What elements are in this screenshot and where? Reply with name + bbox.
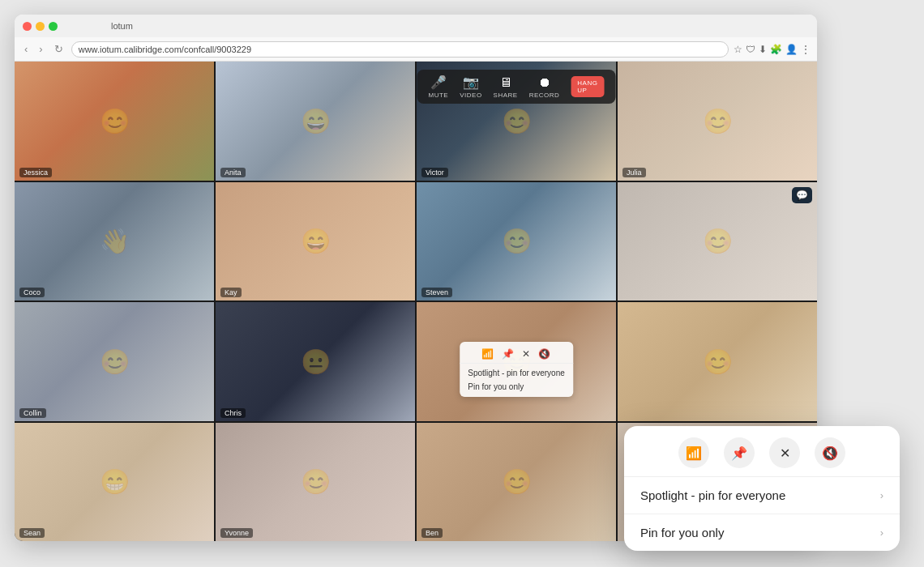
record-button[interactable]: ⏺ RECORD xyxy=(529,75,560,99)
context-mute-button[interactable]: 🔇 xyxy=(815,437,845,468)
video-cell-row3col4[interactable]: 😊 xyxy=(618,302,817,421)
context-menu-popup: 📶 📌 ✕ 🔇 Spotlight - pin for everyone › P… xyxy=(624,426,900,551)
refresh-button[interactable]: ↻ xyxy=(51,41,66,57)
video-button[interactable]: 📷 VIDEO xyxy=(460,75,481,99)
hangup-button[interactable]: HANG UP xyxy=(571,76,604,97)
wifi-icon[interactable]: 📶 xyxy=(481,348,494,360)
pin-icon[interactable]: 📌 xyxy=(502,348,514,360)
share-icon: 🖥 xyxy=(499,75,512,90)
context-spotlight-chevron: › xyxy=(880,489,883,501)
video-cell-chris[interactable]: 😐 Chris xyxy=(216,302,415,421)
call-toolbar: 🎤 MUTE 📷 VIDEO 🖥 SHARE ⏺ RECORD HANG UP xyxy=(417,70,616,104)
context-pin-label: Pin for you only xyxy=(640,526,724,539)
minimize-button[interactable] xyxy=(36,22,45,31)
context-wifi-button[interactable]: 📶 xyxy=(678,437,709,468)
participant-name-ben: Ben xyxy=(421,528,443,538)
address-bar[interactable]: www.iotum.calibridge.com/confcall/900322… xyxy=(71,41,729,58)
video-cell-coco[interactable]: 👋 Coco xyxy=(15,182,214,301)
cell-popup-icons: 📶 📌 ✕ 🔇 xyxy=(460,345,573,364)
participant-name-anita: Anita xyxy=(220,168,246,177)
video-cell-steven[interactable]: 😊 Steven xyxy=(417,182,616,301)
back-button[interactable]: ‹ xyxy=(21,41,31,57)
video-cell-ben[interactable]: 😊 Ben xyxy=(417,423,616,542)
video-cell-collin[interactable]: 😊 Collin xyxy=(15,302,214,421)
participant-name-steven: Steven xyxy=(421,288,452,297)
context-close-icon: ✕ xyxy=(780,446,790,461)
context-menu-icons-row: 📶 📌 ✕ 🔇 xyxy=(624,426,900,477)
browser-toolbar: ‹ › ↻ www.iotum.calibridge.com/confcall/… xyxy=(15,37,817,62)
bookmark-icon[interactable]: ☆ xyxy=(734,44,742,55)
participant-name-jessica: Jessica xyxy=(19,168,52,177)
video-label: VIDEO xyxy=(460,92,481,99)
mute-icon[interactable]: 🔇 xyxy=(538,348,550,360)
browser-toolbar-icons: ☆ 🛡 ⬇ 🧩 👤 ⋮ xyxy=(734,44,811,55)
participant-name-coco: Coco xyxy=(19,288,45,297)
cell-popup-spotlight[interactable]: Spotlight - pin for everyone xyxy=(460,366,573,380)
context-pin-icon: 📌 xyxy=(731,446,747,461)
menu-icon[interactable]: ⋮ xyxy=(801,44,811,55)
share-button[interactable]: 🖥 SHARE xyxy=(494,75,518,99)
participant-name-victor: Victor xyxy=(421,168,448,177)
video-cell-sean[interactable]: 😁 Sean xyxy=(15,423,214,542)
participant-name-chris: Chris xyxy=(220,408,246,418)
context-menu-pin[interactable]: Pin for you only › xyxy=(624,514,900,551)
record-label: RECORD xyxy=(529,92,560,99)
context-close-button[interactable]: ✕ xyxy=(769,437,800,468)
participant-name-yvonne: Yvonne xyxy=(220,528,253,538)
video-cell-yvonne[interactable]: 😊 Yvonne xyxy=(216,423,415,542)
forward-button[interactable]: › xyxy=(36,41,45,57)
cell-popup: 📶 📌 ✕ 🔇 Spotlight - pin for everyone Pin… xyxy=(460,342,573,397)
participant-name-collin: Collin xyxy=(19,408,46,418)
profile-icon[interactable]: 👤 xyxy=(785,44,798,55)
download-icon[interactable]: ⬇ xyxy=(759,44,767,55)
chat-icon[interactable]: 💬 xyxy=(792,187,812,203)
shield-icon: 🛡 xyxy=(746,44,755,55)
share-label: SHARE xyxy=(494,92,518,99)
video-cell-row3col3[interactable]: 😊 📶 📌 ✕ 🔇 Spotlight - pin for everyone P… xyxy=(417,302,616,421)
video-cell-kay[interactable]: 😄 Kay xyxy=(216,182,415,301)
video-icon: 📷 xyxy=(463,75,479,90)
close-button[interactable] xyxy=(23,22,32,31)
record-icon: ⏺ xyxy=(538,75,551,90)
extensions-icon[interactable]: 🧩 xyxy=(770,44,782,55)
participant-name-julia: Julia xyxy=(622,168,646,177)
browser-title: lotum xyxy=(111,21,133,31)
video-cell-julia[interactable]: 😊 Julia xyxy=(618,62,817,181)
participant-name-sean: Sean xyxy=(19,528,45,538)
traffic-lights xyxy=(23,22,58,31)
mic-icon: 🎤 xyxy=(430,75,447,90)
context-pin-button[interactable]: 📌 xyxy=(724,437,755,468)
context-spotlight-label: Spotlight - pin for everyone xyxy=(640,488,785,502)
browser-titlebar: lotum xyxy=(15,15,817,37)
context-wifi-icon: 📶 xyxy=(686,446,702,461)
participant-name-kay: Kay xyxy=(220,288,242,297)
video-cell-victor[interactable]: 😊 Victor 🎤 MUTE 📷 VIDEO 🖥 SHARE ⏺ xyxy=(417,62,616,181)
video-cell-jessica[interactable]: 😊 Jessica xyxy=(15,62,214,181)
mute-label: MUTE xyxy=(429,92,449,99)
context-pin-chevron: › xyxy=(880,526,883,539)
maximize-button[interactable] xyxy=(49,22,58,31)
hangup-label: HANG UP xyxy=(577,79,597,94)
cell-popup-pin[interactable]: Pin for you only xyxy=(460,380,573,394)
mute-button[interactable]: 🎤 MUTE xyxy=(429,75,449,99)
context-mute-icon: 🔇 xyxy=(822,446,838,461)
close-icon[interactable]: ✕ xyxy=(522,348,530,360)
video-cell-anita[interactable]: 😄 Anita xyxy=(216,62,415,181)
video-cell-row2col4[interactable]: 😊 💬 xyxy=(618,182,817,301)
context-menu-spotlight[interactable]: Spotlight - pin for everyone › xyxy=(624,477,900,514)
